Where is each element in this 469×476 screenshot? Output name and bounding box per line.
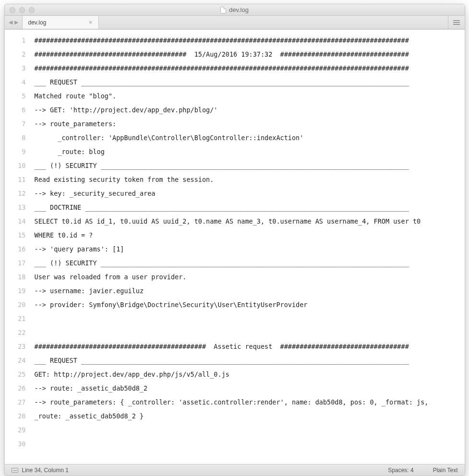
code-line[interactable] <box>35 312 457 326</box>
nav-forward-icon[interactable]: ▶ <box>14 19 18 25</box>
line-number: 18 <box>5 270 26 284</box>
code-line[interactable]: --> route_parameters: { _controller: 'as… <box>35 395 457 409</box>
code-line[interactable]: --> route_parameters: <box>35 117 457 131</box>
line-number: 15 <box>5 228 26 242</box>
nav-arrows[interactable]: ◀ ▶ <box>5 16 22 29</box>
code-line[interactable]: ####################################### … <box>35 48 457 61</box>
statusbar: Line 34, Column 1 Spaces: 4 Plain Text <box>5 464 465 476</box>
line-number: 23 <box>5 340 26 354</box>
window-title: dev.log <box>10 6 460 13</box>
code-line[interactable]: WHERE t0.id = ? <box>35 228 457 242</box>
code-line[interactable]: ########################################… <box>35 340 457 354</box>
line-number: 28 <box>5 409 26 423</box>
line-number: 11 <box>5 173 26 187</box>
line-number: 3 <box>5 61 26 75</box>
line-number: 8 <box>5 131 26 145</box>
line-number: 9 <box>5 145 26 159</box>
zoom-icon[interactable] <box>29 7 35 13</box>
line-number: 4 <box>5 75 26 89</box>
line-number: 30 <box>5 437 26 451</box>
code-line[interactable]: GET: http://project.dev/app_dev.php/js/v… <box>35 368 457 381</box>
code-line[interactable]: _controller: 'AppBundle\Controller\BlogC… <box>35 131 457 145</box>
file-icon <box>220 7 226 13</box>
code-line[interactable] <box>35 326 457 340</box>
status-position[interactable]: Line 34, Column 1 <box>22 467 69 474</box>
code-line[interactable]: --> key: _security_secured_area <box>35 187 457 201</box>
code-line[interactable]: Matched route "blog". <box>35 89 457 103</box>
code-line[interactable] <box>35 437 457 451</box>
line-number: 17 <box>5 256 26 270</box>
nav-back-icon[interactable]: ◀ <box>9 19 12 25</box>
code-line[interactable]: --> route: _assetic_dab50d8_2 <box>35 381 457 395</box>
code-line[interactable]: --> provider: Symfony\Bridge\Doctrine\Se… <box>35 298 457 312</box>
line-number: 16 <box>5 242 26 256</box>
line-number: 6 <box>5 103 26 117</box>
tabbar: ◀ ▶ dev.log × <box>5 16 465 29</box>
line-number: 21 <box>5 312 26 326</box>
line-gutter: 1234567891011121314151617181920212223242… <box>5 30 31 464</box>
line-number: 22 <box>5 326 26 340</box>
code-line[interactable]: User was reloaded from a user provider. <box>35 270 457 284</box>
code-line[interactable]: --> username: javier.eguiluz <box>35 284 457 298</box>
code-line[interactable]: ___ (!) SECURITY _______________________… <box>35 159 457 173</box>
line-number: 29 <box>5 423 26 437</box>
code-line[interactable]: --> 'query params': [1] <box>35 242 457 256</box>
line-number: 10 <box>5 159 26 173</box>
close-icon[interactable] <box>10 7 15 13</box>
line-number: 25 <box>5 368 26 381</box>
code-line[interactable] <box>35 423 457 437</box>
minimize-icon[interactable] <box>19 7 25 13</box>
line-number: 14 <box>5 214 26 228</box>
line-number: 1 <box>5 34 26 48</box>
editor-window: dev.log ◀ ▶ dev.log × 123456789101112131… <box>4 4 465 476</box>
editor-area[interactable]: 1234567891011121314151617181920212223242… <box>5 29 465 464</box>
tab-label: dev.log <box>28 19 47 26</box>
status-syntax[interactable]: Plain Text <box>433 467 458 474</box>
code-content[interactable]: ########################################… <box>31 30 465 464</box>
line-number: 7 <box>5 117 26 131</box>
code-line[interactable]: ########################################… <box>35 61 457 75</box>
line-number: 19 <box>5 284 26 298</box>
panel-icon[interactable] <box>12 468 18 473</box>
line-number: 26 <box>5 381 26 395</box>
line-number: 27 <box>5 395 26 409</box>
code-line[interactable]: SELECT t0.id AS id_1, t0.uuid AS uuid_2,… <box>35 214 457 228</box>
line-number: 5 <box>5 89 26 103</box>
line-number: 2 <box>5 48 26 61</box>
hamburger-icon[interactable] <box>453 20 460 25</box>
line-number: 13 <box>5 201 26 214</box>
line-number: 24 <box>5 354 26 368</box>
code-line[interactable]: ___ (!) SECURITY _______________________… <box>35 256 457 270</box>
code-line[interactable]: ########################################… <box>35 34 457 48</box>
titlebar[interactable]: dev.log <box>5 4 465 16</box>
tabbar-menu[interactable] <box>448 16 465 29</box>
code-line[interactable]: _route: _assetic_dab50d8_2 } <box>35 409 457 423</box>
status-indent[interactable]: Spaces: 4 <box>388 467 413 474</box>
code-line[interactable]: ___ REQUEST ____________________________… <box>35 354 457 368</box>
close-icon[interactable]: × <box>89 19 93 26</box>
tab-devlog[interactable]: dev.log × <box>22 16 99 29</box>
code-line[interactable]: ___ REQUEST ____________________________… <box>35 75 457 89</box>
code-line[interactable]: _route: blog <box>35 145 457 159</box>
code-line[interactable]: Read existing security token from the se… <box>35 173 457 187</box>
line-number: 20 <box>5 298 26 312</box>
code-line[interactable]: ___ DOCTRINE ___________________________… <box>35 201 457 214</box>
window-controls[interactable] <box>10 7 35 13</box>
code-line[interactable]: --> GET: 'http://project.dev/app_dev.php… <box>35 103 457 117</box>
line-number: 12 <box>5 187 26 201</box>
window-title-text: dev.log <box>229 6 249 13</box>
